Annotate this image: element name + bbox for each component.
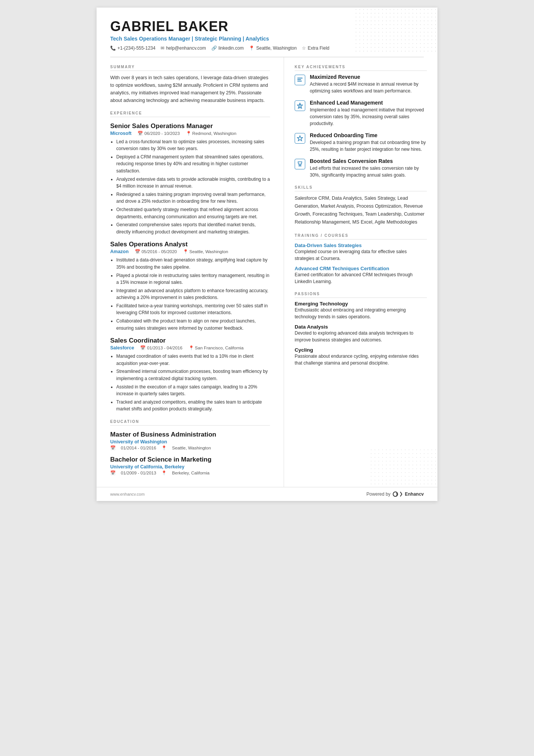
contact-linkedin: 🔗 linkedin.com [211, 45, 244, 51]
svg-rect-0 [297, 78, 303, 78]
job-location-2: 📍 Seattle, Washington [183, 249, 228, 254]
calendar-icon-2: 📅 [135, 249, 140, 254]
edu-school-2: University of California, Berkeley [110, 464, 270, 470]
bullet-item: Assisted in the execution of a major sal… [116, 383, 270, 398]
passion-desc-2: Devoted to exploring advanced data analy… [295, 330, 427, 343]
main-content: SUMMARY With over 8 years in tech sales … [97, 57, 437, 487]
edu-entry-1: Master of Business Administration Univer… [110, 431, 270, 451]
svg-marker-5 [297, 136, 303, 141]
svg-rect-2 [297, 81, 302, 81]
experience-section-title: EXPERIENCE [110, 111, 270, 117]
bullet-item: Managed coordination of sales events tha… [116, 353, 270, 367]
training-desc-2: Earned certification for advanced CRM te… [295, 271, 427, 285]
bullet-item: Facilitated twice-a-year training worksh… [116, 302, 270, 316]
passion-desc-1: Enthusiastic about embracing and integra… [295, 307, 427, 320]
passion-item-3: Cycling Passionate about endurance cycli… [295, 347, 427, 366]
job-dates-3: 📅 01/2013 - 04/2016 [140, 345, 182, 351]
passion-title-1: Emerging Technology [295, 301, 427, 307]
bullet-item: Orchestrated quarterly strategy meetings… [116, 206, 270, 220]
pin-icon-3: 📍 [189, 345, 194, 351]
achievements-section-title: KEY ACHIEVEMENTS [295, 65, 427, 71]
candidate-name: GABRIEL BAKER [110, 19, 424, 34]
achievement-content-3: Reduced Onboarding Time Developed a trai… [310, 132, 427, 153]
achievement-icon-1 [295, 75, 305, 85]
skills-section-title: SKILLS [295, 185, 427, 191]
resume-page: GABRIEL BAKER Tech Sales Operations Mana… [97, 8, 437, 501]
achievement-icon-2 [295, 100, 305, 111]
training-title-2: Advanced CRM Techniques Certification [295, 266, 427, 271]
achievement-item-3: Reduced Onboarding Time Developed a trai… [295, 132, 427, 153]
job-company-2: Amazon [110, 249, 129, 254]
achievement-item-4: Boosted Sales Conversion Rates Led effor… [295, 158, 427, 178]
skills-text: Salesforce CRM, Data Analytics, Sales St… [295, 194, 427, 227]
edu-entry-2: Bachelor of Science in Marketing Univers… [110, 456, 270, 476]
summary-text: With over 8 years in tech sales operatio… [110, 74, 270, 104]
bullet-item: Redesigned a sales training program impr… [116, 191, 270, 205]
achievement-content-4: Boosted Sales Conversion Rates Led effor… [310, 158, 427, 178]
job-entry-2: Sales Operations Analyst Amazon 📅 05/201… [110, 241, 270, 332]
training-section-title: TRAINING / COURSES [295, 233, 427, 239]
job-meta-2: Amazon 📅 05/2016 - 05/2020 📍 Seattle, Wa… [110, 249, 270, 254]
job-location-1: 📍 Redmond, Washington [186, 131, 237, 136]
achievement-item-1: Maximized Revenue Achieved a record $4M … [295, 74, 427, 94]
job-bullets-3: Managed coordination of sales events tha… [110, 353, 270, 413]
achievement-item-2: Enhanced Lead Management Implemented a l… [295, 100, 427, 127]
edu-meta-1: 📅 01/2014 - 01/2016 📍 Seattle, Washingto… [110, 445, 270, 451]
linkedin-icon: 🔗 [211, 45, 217, 51]
enhancv-logo-icon [393, 491, 403, 497]
location-icon: 📍 [249, 45, 255, 51]
bullet-item: Tracked and analyzed competitors, enabli… [116, 399, 270, 413]
training-item-2: Advanced CRM Techniques Certification Ea… [295, 266, 427, 285]
pin-icon-1: 📍 [186, 131, 191, 136]
pin-icon-2: 📍 [183, 249, 188, 254]
job-title-1: Senior Sales Operations Manager [110, 122, 270, 130]
footer-website: www.enhancv.com [110, 492, 145, 496]
contact-location: 📍 Seattle, Washington [249, 45, 297, 51]
bullet-item: Generated comprehensive sales reports th… [116, 221, 270, 235]
job-bullets-2: Instituted a data-driven lead generation… [110, 257, 270, 332]
job-location-3: 📍 San Francisco, California [189, 345, 244, 351]
resume-header: GABRIEL BAKER Tech Sales Operations Mana… [97, 8, 437, 57]
achievement-icon-3 [295, 133, 305, 144]
footer-powered-by: Powered by Enhancv [367, 491, 424, 497]
training-title-1: Data-Driven Sales Strategies [295, 243, 427, 248]
passion-title-2: Data Analysis [295, 324, 427, 330]
summary-section-title: SUMMARY [110, 65, 270, 71]
email-icon: ✉ [161, 45, 164, 51]
training-desc-1: Completed course on leveraging data for … [295, 248, 427, 262]
star-icon: ☆ [302, 45, 306, 51]
job-title-3: Sales Coordinator [110, 337, 270, 344]
contact-phone: 📞 +1-(234)-555-1234 [110, 45, 155, 51]
job-entry-3: Sales Coordinator Salesforce 📅 01/2013 -… [110, 337, 270, 413]
contact-extra: ☆ Extra Field [302, 45, 329, 51]
bullet-item: Integrated an advanced analytics platfor… [116, 287, 270, 301]
left-column: SUMMARY With over 8 years in tech sales … [97, 57, 284, 487]
job-company-3: Salesforce [110, 345, 134, 351]
bullet-item: Collaborated with the product team to al… [116, 318, 270, 332]
bullet-item: Played a pivotal role in restructuring s… [116, 272, 270, 286]
achievement-content-2: Enhanced Lead Management Implemented a l… [310, 100, 427, 127]
job-company-1: Microsoft [110, 131, 131, 136]
passion-item-2: Data Analysis Devoted to exploring advan… [295, 324, 427, 343]
job-dates-2: 📅 05/2016 - 05/2020 [135, 249, 177, 254]
job-bullets-1: Led a cross-functional team to optimize … [110, 138, 270, 236]
job-meta-3: Salesforce 📅 01/2013 - 04/2016 📍 San Fra… [110, 345, 270, 351]
job-title-2: Sales Operations Analyst [110, 241, 270, 248]
bullet-item: Streamlined internal communication proce… [116, 368, 270, 382]
candidate-subtitle: Tech Sales Operations Manager | Strategi… [110, 36, 424, 42]
contact-bar: 📞 +1-(234)-555-1234 ✉ help@enhancv.com 🔗… [110, 45, 424, 51]
job-entry-1: Senior Sales Operations Manager Microsof… [110, 122, 270, 236]
phone-icon: 📞 [110, 45, 116, 51]
svg-rect-1 [297, 79, 301, 80]
training-item-1: Data-Driven Sales Strategies Completed c… [295, 243, 427, 262]
enhancv-brand: Enhancv [393, 491, 424, 497]
calendar-icon-3: 📅 [140, 345, 145, 351]
bullet-item: Deployed a CRM management system that st… [116, 153, 270, 175]
passion-title-3: Cycling [295, 347, 427, 353]
bullet-item: Led a cross-functional team to optimize … [116, 138, 270, 152]
bullet-item: Instituted a data-driven lead generation… [116, 257, 270, 271]
education-section-title: EDUCATION [110, 419, 270, 426]
passions-section-title: PASSIONS [295, 292, 427, 298]
passion-desc-3: Passionate about endurance cycling, enjo… [295, 353, 427, 366]
achievement-icon-4 [295, 159, 305, 169]
